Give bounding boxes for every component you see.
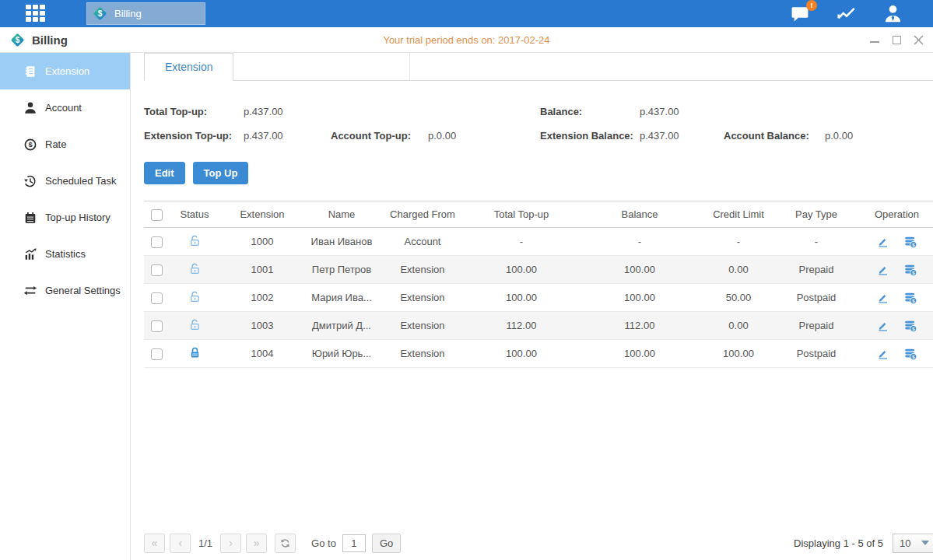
column-header-extension: Extension (220, 201, 304, 228)
top-up-row-icon[interactable]: $ (903, 347, 917, 361)
app-grid-icon[interactable] (26, 5, 49, 23)
top-up-button[interactable]: Top Up (193, 162, 249, 184)
sidebar-item-general-settings[interactable]: General Settings (0, 272, 130, 309)
edit-row-icon[interactable] (876, 347, 889, 360)
lock-open-icon (188, 318, 202, 331)
cell-charged-from: Extension (379, 256, 466, 284)
cell-balance: 100.00 (577, 340, 703, 368)
page-size-select[interactable]: 10 (893, 534, 933, 553)
edit-row-icon[interactable] (876, 263, 889, 276)
sidebar-item-scheduled-task[interactable]: Scheduled Task (0, 163, 130, 199)
cell-total-topup: 100.00 (466, 284, 577, 312)
tab-extension[interactable]: Extension (144, 53, 233, 81)
cell-total-topup: 100.00 (466, 340, 577, 368)
last-page-button[interactable]: » (246, 534, 267, 553)
cell-extension: 1004 (220, 340, 304, 368)
extension-topup-value: p.437.00 (244, 130, 331, 142)
tab-strip: Extension (144, 53, 933, 81)
cell-name: Иван Иванов (304, 228, 379, 256)
cell-total-topup: 100.00 (466, 256, 577, 284)
main-content: Extension Total Top-up: p.437.00 Extensi… (131, 53, 933, 560)
select-all-checkbox[interactable] (151, 209, 163, 221)
table-row[interactable]: 1002 Мария Ива... Extension 100.00 100.0… (144, 284, 933, 312)
sidebar-item-extension[interactable]: Extension (0, 53, 130, 89)
go-button[interactable]: Go (372, 534, 401, 553)
top-up-row-icon[interactable]: $ (903, 291, 917, 305)
sidebar-item-topup-history[interactable]: Top-up History (0, 199, 130, 236)
taskbar-tab-billing[interactable]: $ Billing (86, 2, 205, 25)
maximize-button[interactable] (891, 34, 902, 45)
sidebar-item-account[interactable]: Account (0, 89, 130, 126)
column-header-total-topup: Total Top-up (466, 201, 577, 228)
row-checkbox[interactable] (151, 264, 163, 276)
edit-row-icon[interactable] (876, 319, 889, 332)
row-checkbox[interactable] (151, 236, 163, 248)
bar-chart-icon (23, 247, 37, 261)
goto-page-input[interactable] (342, 534, 366, 552)
cell-extension: 1001 (220, 256, 304, 284)
user-icon (882, 3, 903, 24)
prev-page-button[interactable]: ‹ (170, 534, 191, 553)
sidebar-item-label: Statistics (45, 248, 86, 260)
extension-table: Status Extension Name Charged From Total… (144, 201, 933, 368)
first-page-button[interactable]: « (144, 534, 165, 553)
table-row[interactable]: 1003 Дмитрий Д... Extension 112.00 112.0… (144, 312, 933, 340)
row-checkbox[interactable] (151, 292, 163, 304)
edit-row-icon[interactable] (876, 235, 889, 248)
minimize-button[interactable] (869, 34, 880, 45)
edit-row-icon[interactable] (876, 291, 889, 304)
edit-button[interactable]: Edit (144, 162, 185, 184)
cell-total-topup: - (466, 228, 577, 256)
cell-extension: 1002 (220, 284, 304, 312)
billing-diamond-icon: $ (92, 5, 108, 22)
cell-extension: 1003 (220, 312, 304, 340)
pagination-bar: « ‹ 1/1 › » Go to Go Displaying 1 - 5 of… (144, 532, 933, 554)
sidebar-item-label: Scheduled Task (45, 175, 117, 187)
total-topup-label: Total Top-up: (144, 106, 244, 117)
row-checkbox[interactable] (151, 348, 163, 360)
sidebar-item-rate[interactable]: $ Rate (0, 126, 130, 163)
tab-spacer (233, 53, 410, 80)
taskbar: $ Billing ! (0, 0, 933, 27)
cell-balance: - (577, 228, 703, 256)
svg-text:$: $ (28, 140, 33, 149)
column-header-credit-limit: Credit Limit (703, 201, 774, 228)
table-row[interactable]: 1000 Иван Иванов Account - - - - (144, 228, 933, 256)
maximize-icon (893, 36, 901, 44)
lock-open-icon (188, 234, 202, 247)
tab-label: Extension (165, 61, 212, 73)
table-header-row: Status Extension Name Charged From Total… (144, 201, 933, 228)
extension-topup-label: Extension Top-up: (144, 130, 244, 142)
cell-pay-type: - (774, 228, 858, 256)
table-row[interactable]: 1001 Петр Петров Extension 100.00 100.00… (144, 256, 933, 284)
close-icon (914, 35, 924, 45)
summary-panel: Total Top-up: p.437.00 Extension Top-up:… (144, 100, 933, 148)
goto-label: Go to (311, 537, 336, 549)
table-row[interactable]: 1004 Юрий Юрь... Extension 100.00 100.00… (144, 340, 933, 368)
sidebar-item-label: Account (45, 102, 82, 114)
top-up-row-icon[interactable]: $ (903, 263, 917, 277)
cell-credit-limit: - (703, 228, 774, 256)
statistics-monitor-button[interactable] (834, 4, 859, 24)
displaying-range-text: Displaying 1 - 5 of 5 (794, 537, 883, 549)
top-up-row-icon[interactable]: $ (903, 235, 917, 249)
top-up-row-icon[interactable]: $ (903, 319, 917, 333)
total-topup-value: p.437.00 (244, 106, 331, 117)
column-header-charged-from: Charged From (379, 201, 466, 228)
row-checkbox[interactable] (151, 320, 163, 332)
column-header-status: Status (169, 201, 220, 228)
user-account-button[interactable] (882, 3, 903, 24)
cell-name: Мария Ива... (304, 284, 379, 312)
next-page-button[interactable]: › (220, 534, 241, 553)
cell-extension: 1000 (220, 228, 304, 256)
ledger-icon (23, 65, 37, 79)
sidebar-item-statistics[interactable]: Statistics (0, 236, 130, 272)
cell-pay-type: Postpaid (774, 284, 858, 312)
cell-name: Петр Петров (304, 256, 379, 284)
svg-text:$: $ (16, 36, 20, 44)
extension-balance-label: Extension Balance: (540, 130, 640, 142)
close-button[interactable] (913, 34, 924, 45)
refresh-button[interactable] (275, 534, 296, 553)
chevron-down-icon (921, 541, 929, 545)
messages-button[interactable]: ! (789, 4, 811, 23)
